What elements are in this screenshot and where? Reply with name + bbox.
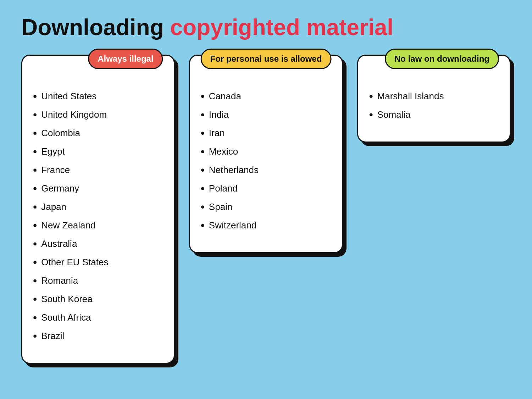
country-list-always-illegal: United StatesUnited KingdomColombiaEgypt…	[33, 87, 163, 345]
country-list-no-law: Marshall IslandsSomalia	[369, 87, 499, 124]
list-item: Romania	[33, 271, 163, 290]
list-item: Colombia	[33, 124, 163, 142]
list-item: South Korea	[33, 290, 163, 308]
list-item: South Africa	[33, 308, 163, 327]
columns-container: Always illegalUnited StatesUnited Kingdo…	[21, 55, 511, 364]
list-item: Spain	[201, 198, 332, 216]
list-item: Marshall Islands	[369, 87, 499, 105]
list-item: Somalia	[369, 105, 499, 124]
title-part1: Downloading	[21, 15, 170, 40]
badge-personal-use: For personal use is allowed	[201, 49, 332, 69]
list-item: United Kingdom	[33, 105, 163, 124]
list-item: Canada	[201, 87, 332, 105]
list-item: Germany	[33, 179, 163, 198]
column-always-illegal: Always illegalUnited StatesUnited Kingdo…	[21, 55, 175, 364]
title-part2: copyrighted material	[170, 15, 394, 40]
column-personal-use: For personal use is allowedCanadaIndiaIr…	[189, 55, 343, 253]
column-no-law: No law on downloadingMarshall IslandsSom…	[357, 55, 511, 143]
list-item: United States	[33, 87, 163, 105]
list-item: New Zealand	[33, 216, 163, 234]
list-item: Switzerland	[201, 216, 332, 234]
list-item: Australia	[33, 234, 163, 253]
list-item: Mexico	[201, 142, 332, 161]
list-item: Other EU States	[33, 253, 163, 271]
page-title: Downloading copyrighted material	[21, 14, 511, 40]
list-item: Japan	[33, 198, 163, 216]
list-item: Egypt	[33, 142, 163, 161]
list-item: India	[201, 105, 332, 124]
list-item: Iran	[201, 124, 332, 142]
badge-always-illegal: Always illegal	[88, 49, 163, 69]
list-item: Brazil	[33, 327, 163, 345]
badge-no-law: No law on downloading	[385, 49, 499, 69]
list-item: France	[33, 161, 163, 179]
country-list-personal-use: CanadaIndiaIranMexicoNetherlandsPolandSp…	[201, 87, 332, 234]
list-item: Poland	[201, 179, 332, 198]
list-item: Netherlands	[201, 161, 332, 179]
